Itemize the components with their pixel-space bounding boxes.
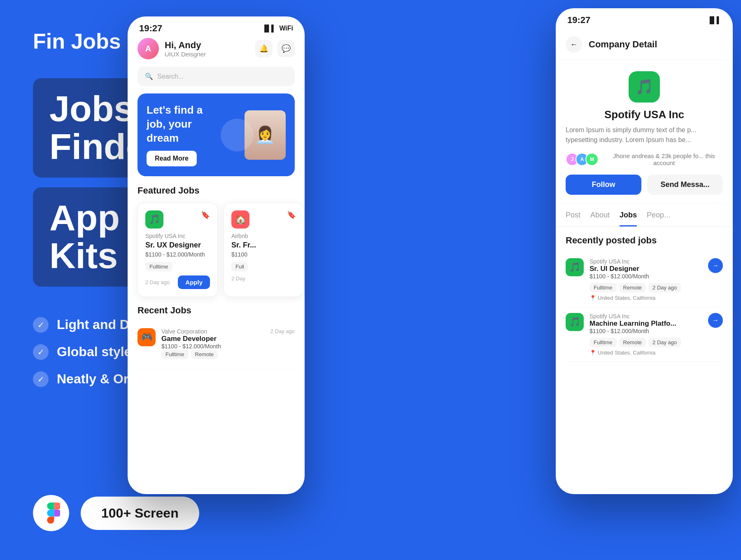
- recent-time-1: 2 Day ago: [270, 328, 295, 334]
- recent-job-right-1: 2 Day ago: [270, 328, 295, 334]
- job-footer-1: 2 Day ago Apply: [145, 275, 210, 289]
- recently-section: Recently posted jobs 🎵 Spotify USA Inc S…: [556, 227, 733, 370]
- bookmark-icon-1[interactable]: 🔖: [201, 210, 210, 219]
- user-header: A Hi, Andy UIUX Deisgner 🔔 💬: [137, 38, 295, 59]
- recent-job-1[interactable]: 🎮 Valve Corporation Game Developer $1100…: [137, 322, 295, 369]
- job-tags-2: Full: [231, 262, 296, 271]
- detail-header-title: Company Detail: [589, 39, 657, 50]
- job-tag-2: Full: [231, 262, 248, 271]
- detail-tag-fulltime-2: Fulltime: [590, 338, 617, 347]
- detail-tag-time-1: 2 Day ago: [648, 283, 681, 292]
- location-icon-2: 📍: [590, 350, 596, 356]
- company-logo-large: 🎵: [629, 71, 660, 103]
- figma-logo: [33, 495, 69, 531]
- detail-salary-1: $1100 - $12.000/Month: [590, 273, 681, 280]
- search-placeholder: Search...: [157, 73, 184, 80]
- job-footer-2: 2 Day: [231, 275, 296, 282]
- company-description: Lorem Ipsum is simply dummy text of the …: [566, 125, 723, 145]
- search-icon: 🔍: [145, 72, 153, 80]
- spotify-logo-1: 🎵: [145, 210, 163, 229]
- detail-title-1: Sr. UI Designer: [590, 265, 681, 273]
- hero-title: Let's find a job, your dream: [147, 103, 217, 145]
- job-time-1: 2 Day ago: [145, 279, 170, 285]
- recent-title-1: Game Developer: [161, 335, 221, 343]
- company-name-2: Airbnb: [231, 233, 296, 239]
- user-info: A Hi, Andy UIUX Deisgner: [137, 38, 206, 59]
- detail-tag-fulltime-1: Fulltime: [590, 283, 617, 292]
- user-role: UIUX Deisgner: [165, 51, 206, 58]
- job-arrow-1[interactable]: →: [708, 258, 723, 273]
- company-tabs: Post About Jobs Peop...: [556, 203, 733, 227]
- company-profile-name: Spotify USA Inc: [566, 108, 723, 121]
- recent-tag-fulltime: Fulltime: [161, 350, 189, 359]
- tab-jobs[interactable]: Jobs: [620, 211, 637, 226]
- read-more-button[interactable]: Read More: [147, 151, 197, 166]
- recent-jobs-title: Recent Jobs: [137, 305, 295, 316]
- header-icons: 🔔 💬: [255, 40, 295, 57]
- recent-company-1: Valve Corporation: [161, 328, 221, 335]
- detail-title-2: Machine Learning Platfo...: [590, 320, 681, 328]
- phone-main: 19:27 ▐▌▌ WiFi A Hi, Andy UIUX Deisgner …: [128, 16, 305, 494]
- follower-avatars: J A M: [566, 153, 595, 166]
- send-message-button[interactable]: Send Messa...: [647, 175, 723, 195]
- detail-tag-remote-1: Remote: [619, 283, 646, 292]
- tab-people[interactable]: Peop...: [647, 211, 670, 226]
- job-title-1: Sr. UX Designer: [145, 241, 210, 250]
- location-icon-1: 📍: [590, 295, 596, 301]
- search-bar[interactable]: 🔍 Search...: [137, 67, 295, 86]
- back-button[interactable]: ←: [566, 36, 582, 53]
- detail-job-1[interactable]: 🎵 Spotify USA Inc Sr. UI Designer $1100 …: [566, 252, 723, 307]
- screen-count-button[interactable]: 100+ Screen: [81, 497, 199, 530]
- detail-tag-remote-2: Remote: [619, 338, 646, 347]
- detail-header: ← Company Detail: [556, 30, 733, 60]
- check-icon-2: ✓: [33, 344, 49, 360]
- user-details: Hi, Andy UIUX Deisgner: [165, 40, 206, 58]
- featured-jobs-title: Featured Jobs: [137, 185, 295, 196]
- action-buttons: Follow Send Messa...: [566, 175, 723, 195]
- detail-tags-2: Fulltime Remote 2 Day ago: [590, 338, 681, 347]
- user-name: Hi, Andy: [165, 40, 206, 51]
- chat-icon[interactable]: 💬: [277, 40, 295, 57]
- detail-job-info-2: Spotify USA Inc Machine Learning Platfo.…: [590, 313, 681, 356]
- job-salary-1: $1100 - $12.000/Month: [145, 251, 210, 258]
- signal-icon: ▐▌▌: [262, 25, 276, 32]
- status-bar-detail: 19:27 ▐▌▌: [556, 8, 733, 30]
- apply-button-1[interactable]: Apply: [178, 275, 210, 289]
- job-card-1-header: 🎵 🔖: [145, 210, 210, 229]
- hero-banner: Let's find a job, your dream Read More 👩…: [137, 93, 295, 176]
- airbnb-logo: 🏠: [231, 210, 249, 229]
- recent-tag-remote: Remote: [191, 350, 218, 359]
- status-bar-main: 19:27 ▐▌▌ WiFi: [128, 16, 305, 38]
- detail-job-logo-1: 🎵: [566, 258, 584, 276]
- company-profile: 🎵 Spotify USA Inc Lorem Ipsum is simply …: [556, 60, 733, 203]
- tab-post[interactable]: Post: [566, 211, 580, 226]
- follow-button[interactable]: Follow: [566, 175, 641, 195]
- check-icon-3: ✓: [33, 371, 49, 387]
- job-time-2: 2 Day: [231, 275, 245, 282]
- job-card-1[interactable]: 🎵 🔖 Spotify USA Inc Sr. UX Designer $110…: [137, 203, 218, 297]
- status-icons-main: ▐▌▌ WiFi: [262, 25, 293, 32]
- tab-about[interactable]: About: [590, 211, 610, 226]
- bookmark-icon-2[interactable]: 🔖: [287, 210, 296, 219]
- user-avatar: A: [137, 38, 159, 59]
- check-icon-1: ✓: [33, 317, 49, 333]
- recent-tags-1: Fulltime Remote: [161, 350, 221, 359]
- detail-job-right-2: →: [708, 313, 723, 356]
- job-arrow-2[interactable]: →: [708, 313, 723, 328]
- notification-icon[interactable]: 🔔: [255, 40, 273, 57]
- job-tags-1: Fulltime: [145, 262, 210, 271]
- detail-salary-2: $1100 - $12.000/Month: [590, 328, 681, 334]
- company-name-1: Spotify USA Inc: [145, 233, 210, 239]
- detail-tag-time-2: 2 Day ago: [648, 338, 681, 347]
- status-icons-detail: ▐▌▌: [707, 16, 721, 24]
- recent-job-1-info: Valve Corporation Game Developer $1100 -…: [161, 328, 221, 363]
- valve-logo: 🎮: [137, 328, 156, 346]
- detail-company-2: Spotify USA Inc: [590, 313, 681, 320]
- detail-company-1: Spotify USA Inc: [590, 258, 681, 265]
- detail-job-2[interactable]: 🎵 Spotify USA Inc Machine Learning Platf…: [566, 307, 723, 362]
- job-card-2[interactable]: 🏠 🔖 Airbnb Sr. Fr... $1100 Full 2 Day: [224, 203, 304, 297]
- detail-job-right-1: →: [708, 258, 723, 301]
- job-salary-2: $1100: [231, 251, 296, 258]
- detail-location-1: 📍 United States, California: [590, 295, 681, 301]
- job-card-2-header: 🏠 🔖: [231, 210, 296, 229]
